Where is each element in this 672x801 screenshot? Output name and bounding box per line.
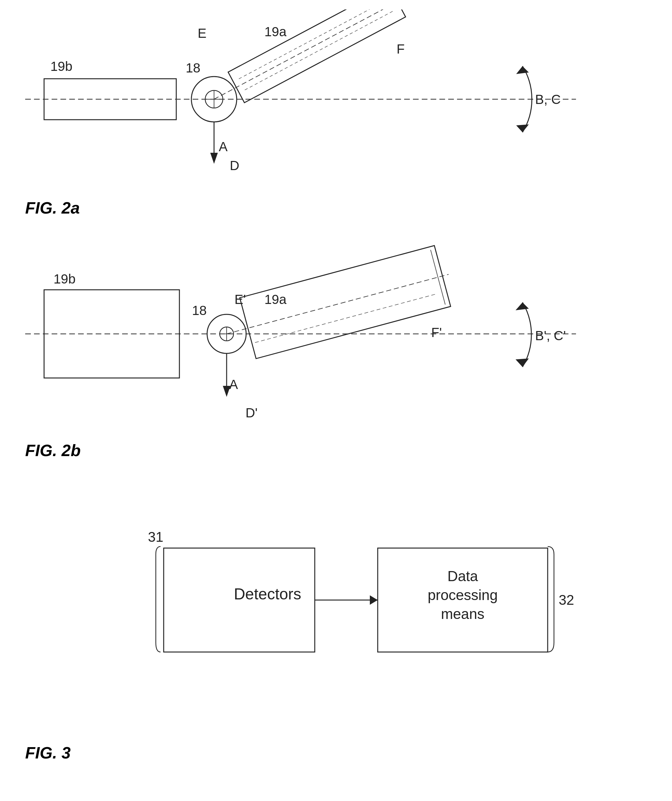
svg-text:F': F' [431,325,442,340]
svg-line-14 [239,10,389,79]
svg-text:D: D [230,158,239,173]
svg-text:means: means [441,606,484,622]
svg-text:E: E [198,26,207,41]
fig3-label: FIG. 3 [25,743,71,762]
svg-text:A: A [229,377,238,392]
svg-text:processing: processing [428,587,498,603]
svg-text:18: 18 [192,303,207,318]
svg-text:A: A [219,139,228,154]
fig2a-label: FIG. 2a [25,198,80,217]
svg-text:32: 32 [559,592,574,608]
svg-text:31: 31 [148,529,164,545]
svg-marker-20 [516,124,529,132]
svg-text:B', C': B', C' [535,328,566,343]
fig3-container: 31 Detectors Data processing means 32 FI… [25,491,623,769]
svg-text:Data: Data [447,568,478,584]
svg-text:19b: 19b [50,59,72,74]
fig2a-container: 19b 18 A D [25,10,623,224]
svg-marker-48 [370,595,378,605]
fig2b-container: 19b 18 E' 19a A D' [25,240,623,466]
svg-text:F: F [396,42,405,56]
svg-line-37 [227,274,449,334]
fig2b-label: FIG. 2b [25,441,80,460]
page: 19b 18 A D [0,0,672,801]
svg-text:18: 18 [186,61,200,75]
svg-line-15 [245,10,395,90]
svg-marker-19 [516,66,529,74]
svg-text:D': D' [245,405,257,420]
svg-text:19a: 19a [265,24,287,39]
svg-text:19b: 19b [53,272,75,286]
svg-rect-12 [228,10,406,103]
svg-text:19a: 19a [265,292,287,307]
svg-marker-9 [210,153,218,164]
svg-marker-41 [516,302,529,310]
svg-line-13 [214,10,403,99]
svg-marker-42 [516,359,529,367]
svg-text:Detectors: Detectors [234,585,301,603]
svg-text:B, C: B, C [535,92,561,107]
